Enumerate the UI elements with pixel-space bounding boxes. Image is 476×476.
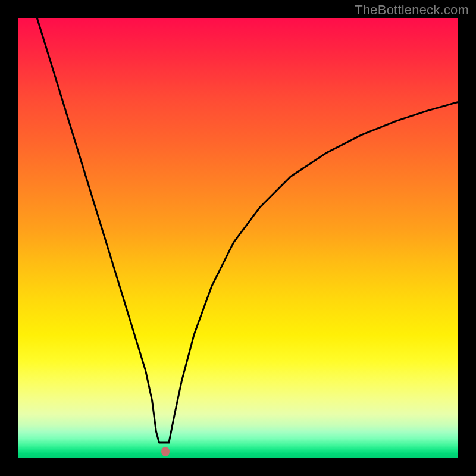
curve-line [37,18,458,443]
curve-svg [18,18,458,458]
attribution-label: TheBottleneck.com [355,2,469,18]
chart-frame: TheBottleneck.com [0,0,476,476]
plot-area [18,18,458,458]
curve-marker [161,447,170,456]
